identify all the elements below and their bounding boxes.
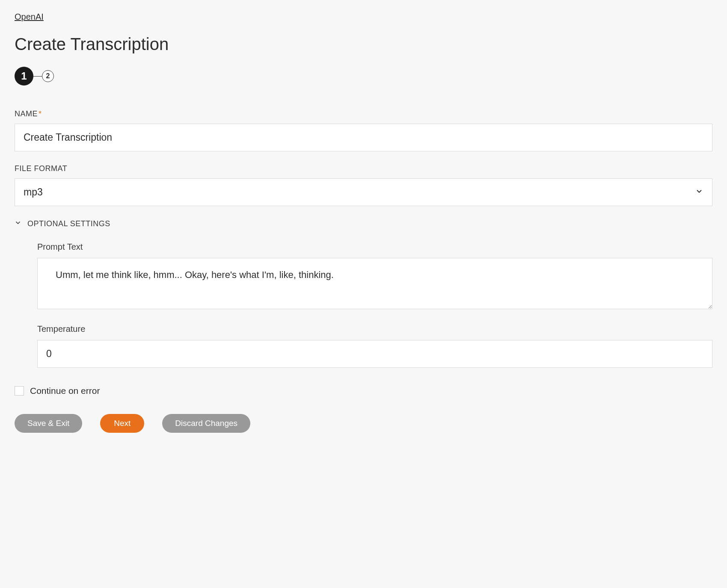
step-1[interactable]: 1 xyxy=(15,67,33,86)
file-format-label: FILE FORMAT xyxy=(15,164,712,173)
temperature-group: Temperature xyxy=(37,324,712,368)
next-button[interactable]: Next xyxy=(100,414,144,433)
continue-on-error-group: Continue on error xyxy=(15,386,712,396)
temperature-label: Temperature xyxy=(37,324,712,334)
save-exit-button[interactable]: Save & Exit xyxy=(15,414,82,433)
required-indicator: * xyxy=(39,109,42,118)
step-2[interactable]: 2 xyxy=(42,70,54,82)
breadcrumb-link[interactable]: OpenAI xyxy=(15,12,44,22)
button-row: Save & Exit Next Discard Changes xyxy=(15,414,712,433)
chevron-down-icon xyxy=(15,219,21,228)
continue-on-error-checkbox[interactable] xyxy=(15,386,24,396)
name-label: NAME* xyxy=(15,109,712,118)
optional-settings-label: OPTIONAL SETTINGS xyxy=(27,219,110,228)
continue-on-error-label: Continue on error xyxy=(30,386,100,396)
optional-settings-toggle[interactable]: OPTIONAL SETTINGS xyxy=(15,219,712,228)
stepper: 1 2 xyxy=(15,67,712,86)
prompt-text-input[interactable]: Umm, let me think like, hmm... Okay, her… xyxy=(37,258,712,309)
optional-settings-content: Prompt Text Umm, let me think like, hmm.… xyxy=(15,242,712,368)
prompt-text-label: Prompt Text xyxy=(37,242,712,252)
file-format-select[interactable]: mp3 xyxy=(15,178,712,206)
temperature-input[interactable] xyxy=(37,340,712,368)
name-label-text: NAME xyxy=(15,109,38,118)
name-field-group: NAME* xyxy=(15,109,712,151)
step-connector xyxy=(33,76,42,77)
page-title: Create Transcription xyxy=(15,35,712,54)
discard-changes-button[interactable]: Discard Changes xyxy=(162,414,250,433)
file-format-select-wrapper: mp3 xyxy=(15,178,712,206)
prompt-text-group: Prompt Text Umm, let me think like, hmm.… xyxy=(37,242,712,311)
name-input[interactable] xyxy=(15,124,712,151)
file-format-field-group: FILE FORMAT mp3 xyxy=(15,164,712,206)
